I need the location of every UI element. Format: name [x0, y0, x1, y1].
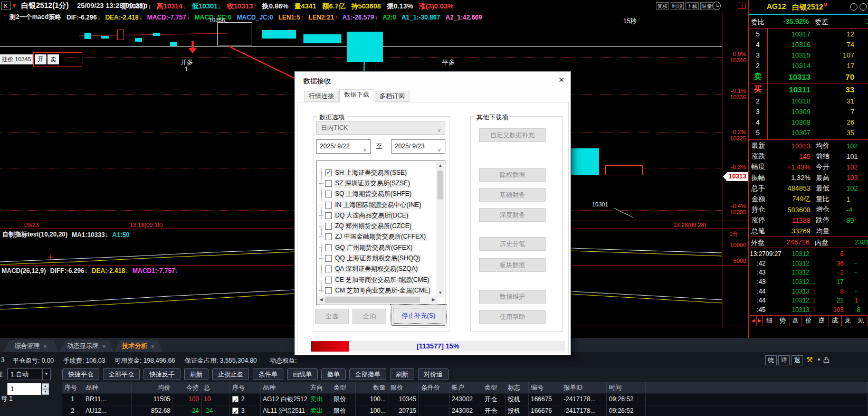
tab-market-connection[interactable]: 行情连接: [304, 91, 339, 102]
tab-data-download[interactable]: 数据下载: [339, 89, 374, 102]
row-checkbox[interactable]: [232, 396, 239, 402]
ask-row[interactable]: 21031417: [749, 60, 868, 71]
mini-tab[interactable]: 成: [828, 316, 842, 326]
chart-toolbar-button[interactable]: 时段: [671, 2, 684, 10]
open-close-mode-select[interactable]: 1.自动▼: [7, 368, 51, 380]
trade-toolbar-button[interactable]: 画线单: [287, 368, 318, 380]
dialog-title-bar[interactable]: [295, 72, 570, 89]
quantity-input[interactable]: 1: [7, 383, 41, 395]
bid-row[interactable]: 51030735: [749, 127, 868, 138]
open-button[interactable]: 开: [35, 54, 46, 64]
exchange-checkbox[interactable]: [325, 287, 332, 294]
sector-data-button[interactable]: 板块数据: [479, 258, 546, 272]
timer-icon[interactable]: [860, 3, 867, 11]
step-up-icon[interactable]: ▲: [42, 383, 49, 389]
deep-finance-button[interactable]: 深度财务: [479, 208, 546, 222]
sell-button[interactable]: 卖: [47, 54, 59, 64]
col-header[interactable]: 编号: [529, 382, 561, 393]
exchange-item[interactable]: SZ 深圳证券交易所(SZSE): [317, 178, 436, 188]
col-header[interactable]: 报单ID: [561, 382, 607, 393]
kline-dropdown-icon[interactable]: ▼: [12, 3, 17, 8]
col-header[interactable]: 帐户: [450, 382, 482, 393]
row-checkbox[interactable]: [232, 408, 239, 414]
exchange-checkbox[interactable]: [325, 191, 332, 197]
exright-data-button[interactable]: 除权数据: [479, 168, 546, 182]
col-header[interactable]: 条件价: [419, 382, 450, 393]
trade-toolbar-button[interactable]: 止损止盈: [212, 368, 249, 380]
col-header[interactable]: 今持: [173, 382, 202, 393]
table-row[interactable]: 2 AU12... 852.68 -24 -24 3 AL11 沪铝2511 卖…: [62, 405, 868, 416]
ask-row[interactable]: 51031712: [749, 29, 868, 39]
stats-button[interactable]: 统: [765, 355, 777, 365]
exchange-item[interactable]: IN 上海国际能源交易中心(INE): [317, 200, 436, 210]
exchange-checkbox[interactable]: [325, 277, 332, 283]
trade-toolbar-button[interactable]: 快捷反手: [144, 368, 180, 380]
tab-technical-analysis[interactable]: 技术分析×: [114, 340, 163, 352]
exchange-item[interactable]: QQ 上海证券期权交易(SHQQ): [317, 253, 436, 263]
exchange-item[interactable]: ZJ 中国金融期货交易所(CFFEX): [317, 232, 436, 242]
col-header[interactable]: 时间: [607, 382, 646, 393]
basic-finance-button[interactable]: 基础财务: [479, 188, 546, 202]
stop-supplement-button[interactable]: 停止补充(S): [392, 306, 445, 326]
exchange-checkbox[interactable]: [325, 266, 332, 272]
bid-row[interactable]: 买1031133: [749, 83, 868, 96]
ask-row[interactable]: 310315107: [749, 50, 868, 60]
chart-toolbar-button[interactable]: 限量: [700, 2, 713, 10]
bid-row[interactable]: 41030826: [749, 117, 868, 127]
col-header[interactable]: 序号: [230, 382, 261, 393]
close-tab-icon[interactable]: ×: [151, 343, 154, 349]
scroll-up-icon[interactable]: ▲: [436, 162, 444, 169]
clock-icon[interactable]: [712, 2, 721, 10]
selected-candle-box[interactable]: [217, 22, 252, 45]
data-maintenance-button[interactable]: 数据维护: [479, 290, 546, 304]
col-header[interactable]: 方向: [308, 382, 331, 393]
horizontal-scrollbar[interactable]: ◀ ▶: [317, 296, 437, 304]
split-window-icon[interactable]: [738, 3, 746, 9]
col-header[interactable]: 限价: [388, 382, 419, 393]
date-to-select[interactable]: 2025/ 9/23∨: [391, 139, 445, 154]
mini-tab[interactable]: 价: [802, 316, 815, 326]
exchange-checkbox[interactable]: [325, 169, 332, 176]
history-tick-button[interactable]: 历史分笔: [479, 237, 546, 251]
popout-icon[interactable]: 凸: [823, 356, 829, 365]
exchange-item[interactable]: SQ 上海期货交易所(SHFE): [317, 189, 436, 200]
trade-toolbar-button[interactable]: 撤单: [321, 368, 346, 380]
scroll-thumb[interactable]: [437, 171, 443, 200]
close-tab-icon[interactable]: ×: [102, 343, 106, 349]
col-header[interactable]: 总: [202, 382, 230, 393]
trade-toolbar-button[interactable]: 条件单: [253, 368, 283, 380]
col-header[interactable]: 品种: [83, 382, 132, 393]
vertical-scrollbar[interactable]: ▲ ▼: [436, 162, 444, 297]
mini-tab[interactable]: 势: [776, 316, 789, 326]
exit-button[interactable]: 退: [791, 355, 803, 365]
step-down-icon[interactable]: ▼: [42, 389, 49, 395]
mini-tab[interactable]: 细: [763, 316, 776, 326]
exchange-checkbox[interactable]: [325, 180, 332, 187]
mini-tab[interactable]: 盘: [789, 316, 803, 326]
exchange-item[interactable]: CE 芝加哥商业交易所-能源(CME): [317, 275, 436, 285]
mini-tab[interactable]: 龙: [842, 316, 855, 326]
col-header[interactable]: 均价: [132, 382, 173, 393]
close-icon[interactable]: ✕: [555, 74, 568, 86]
scroll-thumb[interactable]: [325, 297, 420, 303]
quantity-stepper[interactable]: ▲▼: [42, 383, 49, 395]
exchange-checkbox[interactable]: [325, 223, 332, 230]
exchange-item[interactable]: ZQ 郑州期货交易所(CZCE): [317, 221, 436, 231]
ask-row[interactable]: 41031674: [749, 39, 868, 50]
select-all-button[interactable]: 全选: [315, 309, 349, 324]
bid-row[interactable]: 3103097: [749, 106, 868, 117]
col-header[interactable]: 数量: [356, 382, 388, 393]
exchange-item[interactable]: QA 深圳证券期权交易(SZQA): [317, 264, 436, 275]
date-from-select[interactable]: 2025/ 9/22∨: [316, 139, 371, 154]
chart-toolbar-button[interactable]: 下载: [685, 2, 699, 10]
exchange-item[interactable]: DQ 大连商品交易所(DCE): [317, 210, 436, 221]
col-header[interactable]: 类型: [482, 382, 505, 393]
tab-comprehensive[interactable]: 综合管理×: [3, 340, 58, 352]
scroll-left-icon[interactable]: ◀: [317, 296, 325, 304]
ask-row[interactable]: 卖1031370: [749, 71, 868, 83]
exchange-item[interactable]: SH 上海证券交易所(SSE): [317, 167, 436, 178]
exchange-checkbox[interactable]: [325, 202, 332, 209]
trade-toolbar-button[interactable]: 对价追: [418, 368, 449, 380]
exchange-checkbox[interactable]: [325, 244, 332, 251]
table-row[interactable]: 1 BR11... 11505 100 10 2 AG12 白银2512 卖出 …: [62, 394, 868, 405]
